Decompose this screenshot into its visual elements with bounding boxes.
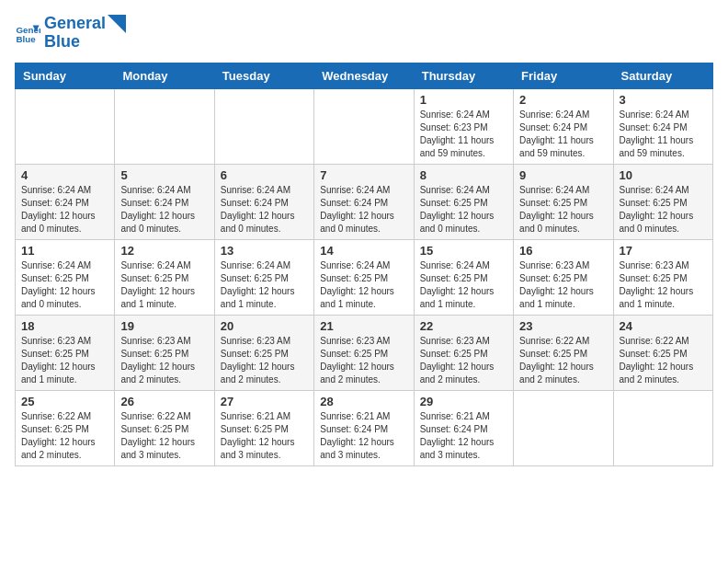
- calendar-cell: 12Sunrise: 6:24 AM Sunset: 6:25 PM Dayli…: [115, 239, 214, 315]
- day-number: 16: [519, 244, 607, 258]
- day-number: 10: [620, 168, 707, 182]
- calendar-cell: 21Sunrise: 6:23 AM Sunset: 6:25 PM Dayli…: [314, 315, 414, 390]
- calendar-cell: 24Sunrise: 6:22 AM Sunset: 6:25 PM Dayli…: [613, 315, 712, 390]
- calendar-cell: [16, 88, 115, 164]
- day-info: Sunrise: 6:24 AM Sunset: 6:25 PM Dayligh…: [420, 184, 507, 236]
- day-info: Sunrise: 6:22 AM Sunset: 6:25 PM Dayligh…: [519, 335, 607, 386]
- day-info: Sunrise: 6:23 AM Sunset: 6:25 PM Dayligh…: [420, 335, 507, 386]
- calendar-cell: [115, 88, 214, 164]
- calendar-cell: 23Sunrise: 6:22 AM Sunset: 6:25 PM Dayli…: [514, 315, 613, 390]
- column-header-thursday: Thursday: [414, 63, 513, 88]
- logo-arrow-icon: [108, 15, 126, 42]
- logo: General Blue General Blue: [15, 15, 126, 52]
- day-number: 21: [320, 319, 407, 333]
- day-info: Sunrise: 6:24 AM Sunset: 6:25 PM Dayligh…: [221, 259, 308, 311]
- calendar-cell: 18Sunrise: 6:23 AM Sunset: 6:25 PM Dayli…: [16, 315, 115, 390]
- day-info: Sunrise: 6:21 AM Sunset: 6:24 PM Dayligh…: [420, 410, 507, 462]
- calendar-week-1: 1Sunrise: 6:24 AM Sunset: 6:23 PM Daylig…: [16, 88, 713, 164]
- day-info: Sunrise: 6:24 AM Sunset: 6:25 PM Dayligh…: [420, 259, 507, 311]
- day-number: 5: [120, 168, 208, 182]
- calendar-cell: 26Sunrise: 6:22 AM Sunset: 6:25 PM Dayli…: [115, 390, 214, 465]
- calendar-cell: 9Sunrise: 6:24 AM Sunset: 6:25 PM Daylig…: [514, 164, 613, 239]
- calendar-cell: 7Sunrise: 6:24 AM Sunset: 6:24 PM Daylig…: [314, 164, 414, 239]
- day-number: 27: [221, 395, 308, 408]
- column-header-tuesday: Tuesday: [214, 63, 313, 88]
- calendar-cell: 19Sunrise: 6:23 AM Sunset: 6:25 PM Dayli…: [115, 315, 214, 390]
- calendar-cell: [514, 390, 613, 465]
- calendar: SundayMondayTuesdayWednesdayThursdayFrid…: [15, 63, 713, 466]
- day-number: 7: [320, 168, 407, 182]
- day-number: 1: [420, 93, 507, 107]
- day-info: Sunrise: 6:23 AM Sunset: 6:25 PM Dayligh…: [221, 335, 308, 386]
- day-number: 14: [320, 244, 407, 258]
- day-number: 12: [120, 244, 208, 258]
- day-info: Sunrise: 6:24 AM Sunset: 6:24 PM Dayligh…: [620, 109, 707, 160]
- column-header-monday: Monday: [115, 63, 214, 88]
- day-info: Sunrise: 6:24 AM Sunset: 6:24 PM Dayligh…: [221, 184, 308, 236]
- day-number: 18: [21, 319, 108, 333]
- logo-blue: Blue: [44, 33, 106, 52]
- column-header-sunday: Sunday: [16, 63, 115, 88]
- calendar-cell: 17Sunrise: 6:23 AM Sunset: 6:25 PM Dayli…: [613, 239, 712, 315]
- day-number: 15: [420, 244, 507, 258]
- day-info: Sunrise: 6:21 AM Sunset: 6:25 PM Dayligh…: [221, 410, 308, 462]
- day-info: Sunrise: 6:24 AM Sunset: 6:25 PM Dayligh…: [620, 184, 707, 236]
- day-number: 29: [420, 395, 507, 408]
- day-number: 26: [120, 395, 208, 408]
- column-header-saturday: Saturday: [613, 63, 712, 88]
- calendar-cell: 5Sunrise: 6:24 AM Sunset: 6:24 PM Daylig…: [115, 164, 214, 239]
- calendar-cell: 1Sunrise: 6:24 AM Sunset: 6:23 PM Daylig…: [414, 88, 513, 164]
- day-info: Sunrise: 6:24 AM Sunset: 6:24 PM Dayligh…: [519, 109, 607, 160]
- day-info: Sunrise: 6:24 AM Sunset: 6:24 PM Dayligh…: [21, 184, 108, 236]
- calendar-week-4: 18Sunrise: 6:23 AM Sunset: 6:25 PM Dayli…: [16, 315, 713, 390]
- day-info: Sunrise: 6:24 AM Sunset: 6:25 PM Dayligh…: [519, 184, 607, 236]
- day-info: Sunrise: 6:22 AM Sunset: 6:25 PM Dayligh…: [620, 335, 707, 386]
- day-info: Sunrise: 6:22 AM Sunset: 6:25 PM Dayligh…: [21, 410, 108, 462]
- calendar-cell: 6Sunrise: 6:24 AM Sunset: 6:24 PM Daylig…: [214, 164, 313, 239]
- logo-general: General: [44, 15, 106, 33]
- day-number: 22: [420, 319, 507, 333]
- day-info: Sunrise: 6:23 AM Sunset: 6:25 PM Dayligh…: [519, 259, 607, 311]
- calendar-cell: 28Sunrise: 6:21 AM Sunset: 6:24 PM Dayli…: [314, 390, 414, 465]
- day-info: Sunrise: 6:23 AM Sunset: 6:25 PM Dayligh…: [320, 335, 407, 386]
- calendar-cell: [314, 88, 414, 164]
- calendar-cell: 3Sunrise: 6:24 AM Sunset: 6:24 PM Daylig…: [613, 88, 712, 164]
- svg-text:Blue: Blue: [16, 34, 36, 44]
- day-number: 11: [21, 244, 108, 258]
- header: General Blue General Blue: [15, 15, 713, 52]
- calendar-week-5: 25Sunrise: 6:22 AM Sunset: 6:25 PM Dayli…: [16, 390, 713, 465]
- day-info: Sunrise: 6:22 AM Sunset: 6:25 PM Dayligh…: [120, 410, 208, 462]
- calendar-week-3: 11Sunrise: 6:24 AM Sunset: 6:25 PM Dayli…: [16, 239, 713, 315]
- day-info: Sunrise: 6:24 AM Sunset: 6:23 PM Dayligh…: [420, 109, 507, 160]
- day-number: 17: [620, 244, 707, 258]
- day-info: Sunrise: 6:23 AM Sunset: 6:25 PM Dayligh…: [620, 259, 707, 311]
- day-number: 2: [519, 93, 607, 107]
- day-info: Sunrise: 6:23 AM Sunset: 6:25 PM Dayligh…: [120, 335, 208, 386]
- day-number: 8: [420, 168, 507, 182]
- day-info: Sunrise: 6:23 AM Sunset: 6:25 PM Dayligh…: [21, 335, 108, 386]
- day-info: Sunrise: 6:24 AM Sunset: 6:24 PM Dayligh…: [320, 184, 407, 236]
- column-header-friday: Friday: [514, 63, 613, 88]
- day-number: 6: [221, 168, 308, 182]
- day-info: Sunrise: 6:24 AM Sunset: 6:25 PM Dayligh…: [120, 259, 208, 311]
- calendar-cell: 2Sunrise: 6:24 AM Sunset: 6:24 PM Daylig…: [514, 88, 613, 164]
- calendar-cell: [613, 390, 712, 465]
- day-number: 3: [620, 93, 707, 107]
- day-number: 25: [21, 395, 108, 408]
- svg-marker-3: [108, 15, 126, 33]
- day-number: 19: [120, 319, 208, 333]
- calendar-cell: [214, 88, 313, 164]
- day-info: Sunrise: 6:24 AM Sunset: 6:25 PM Dayligh…: [21, 259, 108, 311]
- calendar-week-2: 4Sunrise: 6:24 AM Sunset: 6:24 PM Daylig…: [16, 164, 713, 239]
- day-number: 28: [320, 395, 407, 408]
- calendar-cell: 16Sunrise: 6:23 AM Sunset: 6:25 PM Dayli…: [514, 239, 613, 315]
- calendar-cell: 14Sunrise: 6:24 AM Sunset: 6:25 PM Dayli…: [314, 239, 414, 315]
- calendar-cell: 8Sunrise: 6:24 AM Sunset: 6:25 PM Daylig…: [414, 164, 513, 239]
- day-number: 23: [519, 319, 607, 333]
- day-number: 20: [221, 319, 308, 333]
- calendar-cell: 4Sunrise: 6:24 AM Sunset: 6:24 PM Daylig…: [16, 164, 115, 239]
- day-number: 24: [620, 319, 707, 333]
- day-info: Sunrise: 6:21 AM Sunset: 6:24 PM Dayligh…: [320, 410, 407, 462]
- calendar-cell: 11Sunrise: 6:24 AM Sunset: 6:25 PM Dayli…: [16, 239, 115, 315]
- calendar-cell: 10Sunrise: 6:24 AM Sunset: 6:25 PM Dayli…: [613, 164, 712, 239]
